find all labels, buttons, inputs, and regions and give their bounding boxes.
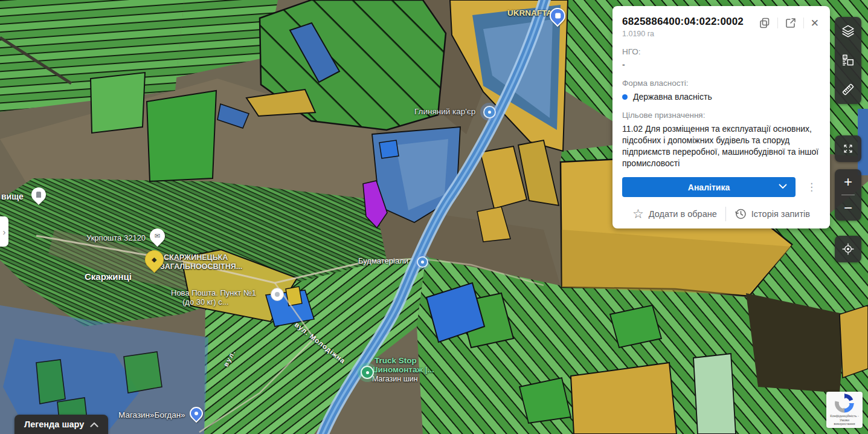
locate-me-icon[interactable] [835,236,861,262]
zoom-controls-group: + − [835,169,861,221]
divider [777,18,778,28]
map-label-bogdan-shop: Магазин»Богдан» [118,410,185,419]
ngo-label: НГО: [622,47,820,56]
zoom-out-button[interactable]: − [835,195,861,221]
history-clock-icon [735,208,747,220]
map-label-cemetery: вище [1,192,24,201]
ngo-value: - [622,60,820,70]
chevron-up-icon [90,422,98,427]
purpose-value: 11.02 Для розміщення та експлуатації осн… [622,123,820,169]
fullscreen-group [835,135,861,162]
map-tools-group [835,17,861,104]
ruler-icon[interactable] [835,75,861,104]
recaptcha-badge[interactable]: Конфіденційність - Умови використання [826,392,863,428]
chevron-down-icon [779,184,787,189]
add-to-favorites-button[interactable]: ☆ Додати в обране [631,206,718,221]
novaposhta-poi-icon[interactable] [271,288,284,301]
map-label-budmaterialy: Будматеріали [358,256,408,265]
ownership-value: Державна власність [633,92,712,102]
divider [725,207,726,221]
ownership-label: Форма власності: [622,79,820,88]
truckstop-poi-icon[interactable] [358,363,377,382]
more-options-icon[interactable]: ⋮ [803,181,820,193]
map-label-novaposhta-line1: Нова Пошта. Пункт №1 [171,288,256,297]
zoom-in-button[interactable]: + [835,169,861,195]
divider [803,18,804,28]
query-history-button[interactable]: Історія запитів [733,207,811,221]
map-label-quarry: Глиняний кар'єр [414,107,475,116]
map-label-truckstop-line2: Шиномонтаж |... [370,365,434,374]
map-label-novaposhta-line2: (до 30 кг) с... [182,297,229,306]
map-label-post-office: Укрпошта 32120 [86,233,146,242]
map-label-school-line2: ЗАГАЛЬНООСВІТНЯ... [160,262,242,271]
layer-legend-button[interactable]: Легенда шару [14,415,108,434]
map-label-town: Скаржинці [85,272,132,281]
close-icon[interactable]: ✕ [809,17,820,30]
map-label-ukrnafta: UKRNAFTA [507,8,552,18]
star-icon: ☆ [632,207,644,220]
sidebar-expand-tab[interactable]: › [0,216,8,247]
chevron-right-icon: › [3,227,6,237]
ownership-dot [622,94,628,100]
copy-icon[interactable] [757,16,772,30]
purpose-label: Цільове призначення: [622,111,820,120]
locate-group [835,236,861,262]
map-label-tire-shop: Магазин шин [372,375,418,384]
recaptcha-privacy-text: Конфіденційність - Умови використання [826,414,863,426]
fullscreen-icon[interactable] [835,135,861,162]
recaptcha-logo-icon [835,394,854,413]
layers-icon[interactable] [835,17,861,46]
quarry-poi-icon[interactable] [480,103,498,121]
analytics-button[interactable]: Аналітика [622,177,796,197]
parcel-info-panel: 6825886400:04:022:0002 1.0190 га ✕ НГО: … [612,6,830,228]
area-measure-icon[interactable] [835,46,861,75]
cadastral-number-title: 6825886400:04:022:0002 [622,16,744,28]
parcel-area: 1.0190 га [622,30,744,38]
map-label-school-line1: СКАРЖИНЕЦЬКА [164,253,228,262]
budmaterialy-poi-icon[interactable] [414,254,430,270]
open-in-new-icon[interactable] [783,16,798,30]
map-label-truckstop-line1: Truck Stop [375,356,417,365]
